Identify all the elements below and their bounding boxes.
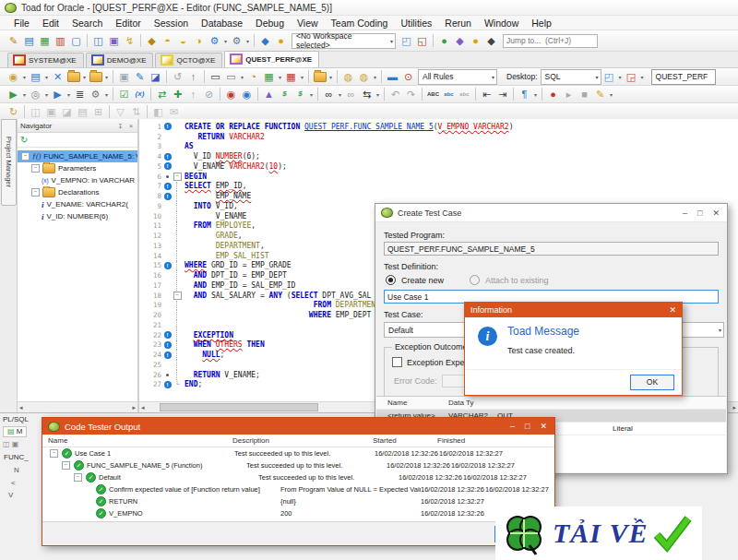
data-grid-icon[interactable]: ▦ <box>261 70 277 84</box>
formatter-rules-icon[interactable]: ▬ <box>385 70 400 84</box>
chevron-down-icon[interactable]: ▾ <box>327 74 334 80</box>
menu-item-session[interactable]: Session <box>148 18 195 29</box>
find-next-icon[interactable]: ∞ <box>343 88 359 101</box>
menu-item-window[interactable]: Window <box>478 18 525 29</box>
execute-script-icon[interactable]: ◎ <box>28 88 43 101</box>
alerts-bell-icon[interactable]: ● <box>273 34 289 48</box>
scrollbar-thumb[interactable] <box>160 403 318 411</box>
record-macro-icon[interactable]: ● <box>545 88 561 101</box>
cost-estimate-icon[interactable]: $ <box>277 88 292 101</box>
navigator-item-func-sample-name-5[interactable]: −ƒ()FUNC_SAMPLE_NAME_5: VARC <box>18 150 137 162</box>
menu-item-view[interactable]: View <box>291 18 325 29</box>
chat-bubble-icon[interactable]: ● <box>468 34 483 48</box>
print-preview-icon[interactable]: ▭ <box>223 70 239 84</box>
fold-collapse-icon[interactable]: − <box>173 173 182 181</box>
commit-icon[interactable]: ◓ <box>160 34 175 48</box>
open-editor-icon[interactable]: ✎ <box>6 34 21 48</box>
save-workspace-icon[interactable]: ◰ <box>399 34 414 48</box>
chevron-down-icon[interactable]: ▾ <box>277 74 283 80</box>
tree-expander-icon[interactable]: − <box>50 449 58 458</box>
menu-item-team-coding[interactable]: Team Coding <box>325 18 395 29</box>
schema-browser-icon[interactable]: ▤ <box>21 34 37 48</box>
exception-expected-checkbox[interactable] <box>392 357 402 367</box>
navigator-item-v-ename[interactable]: iV_ENAME: VARCHAR2( <box>18 198 137 210</box>
chevron-down-icon[interactable]: ▾ <box>639 74 646 80</box>
menu-item-utilities[interactable]: Utilities <box>394 18 438 29</box>
chevron-down-icon[interactable]: ▾ <box>299 74 305 80</box>
ok-button[interactable]: OK <box>630 375 674 390</box>
options-gear-icon[interactable]: ⚙ <box>207 34 222 48</box>
link-disabled-icon[interactable]: ⊞ <box>90 105 106 119</box>
tools-gear-icon[interactable]: ⚙ <box>229 34 244 48</box>
new-connection-icon[interactable]: ◆ <box>144 34 160 48</box>
step-into-icon[interactable]: ✚ <box>170 88 185 101</box>
scroll-right-icon[interactable]: ▸ <box>132 404 136 411</box>
check-in-icon[interactable]: ↑ <box>185 70 201 84</box>
connections-icon[interactable]: ◉ <box>6 70 21 84</box>
column-header[interactable]: Name <box>42 436 232 445</box>
editor-line[interactable]: 3AS <box>139 142 738 152</box>
save-desktop-icon[interactable]: ◰ <box>601 70 617 84</box>
desktop-selector[interactable]: SQL ▾ <box>541 69 601 85</box>
check-syntax-icon[interactable]: ☑ <box>116 88 132 101</box>
column-header[interactable]: Started <box>373 436 437 445</box>
column-header[interactable]: Description <box>232 436 373 445</box>
spell-check-icon[interactable]: ABC <box>425 88 441 101</box>
close-file-icon[interactable]: ✕ <box>50 70 65 84</box>
tree-expander-icon[interactable]: − <box>31 188 40 197</box>
scroll-left-icon[interactable]: ◂ <box>139 404 147 411</box>
format-code-icon[interactable]: ¶ <box>517 88 532 101</box>
navigator-hscrollbar[interactable]: ◂ ▸ <box>18 401 137 412</box>
copy-disabled-icon[interactable]: ◫ <box>28 105 43 119</box>
training-icon[interactable]: ◆ <box>483 34 499 48</box>
execute-icon[interactable]: ▶ <box>6 88 21 101</box>
tree-expander-icon[interactable]: − <box>31 164 40 173</box>
chevron-down-icon[interactable]: ▾ <box>308 91 315 98</box>
unindent-icon[interactable]: ⇤ <box>479 88 494 101</box>
download-text[interactable]: TẢI VỀ <box>553 518 649 549</box>
halt-execution-icon[interactable]: ⊘ <box>201 88 217 101</box>
fold-collapse-icon[interactable]: − <box>173 292 182 300</box>
result-row[interactable]: ✓V_EMPNO20016/02/2018 12:32:26 <box>42 507 554 519</box>
compare-disabled-icon[interactable]: ◧ <box>150 105 166 119</box>
result-row[interactable]: −✓Use Case 1Test succeeded up to this le… <box>42 447 554 459</box>
menu-item-editor[interactable]: Editor <box>109 18 147 29</box>
save-as-icon[interactable]: ✎ <box>132 70 148 84</box>
messages-tab[interactable]: ▤ M <box>3 426 27 437</box>
chevron-down-icon[interactable]: ▾ <box>617 74 624 80</box>
close-icon[interactable]: ✕ <box>669 305 676 315</box>
cost-options-icon[interactable]: $ <box>292 88 308 101</box>
step-over-icon[interactable]: ⇄ <box>154 88 170 101</box>
project-manager-tab[interactable]: Project Manager <box>1 119 17 206</box>
open-file-icon[interactable] <box>65 70 81 84</box>
menu-item-edit[interactable]: Edit <box>36 18 65 29</box>
result-row[interactable]: −✓FUNC_SAMPLE_NAME_5 (Function)Test succ… <box>42 459 554 471</box>
editor-line[interactable]: 7!SELECT EMP_ID, <box>139 182 738 192</box>
find-icon[interactable]: ∞ <box>321 88 337 101</box>
play-macro-icon[interactable]: ▸ <box>561 88 577 101</box>
team-coding-browser-icon[interactable]: ▢ <box>68 34 84 48</box>
sql-recall-named-icon[interactable]: ◍ <box>356 70 372 84</box>
editor-line[interactable]: 2 RETURN VARCHAR2 <box>139 132 738 142</box>
maximize-icon[interactable]: □ <box>697 209 702 218</box>
scroll-left-icon[interactable]: ◂ <box>19 404 23 411</box>
bind-variables-icon[interactable]: (x) <box>132 88 148 101</box>
minimize-icon[interactable]: – <box>510 422 515 431</box>
chevron-down-icon[interactable]: ▾ <box>532 91 539 98</box>
save-all-icon[interactable]: ◪ <box>148 70 163 84</box>
chevron-down-icon[interactable]: ▾ <box>608 91 614 98</box>
editor-line[interactable]: 4! V_ID NUMBER(6); <box>139 151 738 161</box>
case-lower-icon[interactable]: abc <box>441 88 457 101</box>
duplicate-disabled-icon[interactable]: ◪ <box>59 105 75 119</box>
team-server-icon[interactable]: ● <box>436 34 452 48</box>
code-snippets-icon[interactable]: ↯ <box>122 34 137 48</box>
code-analysis-icon[interactable]: ⊙ <box>400 70 416 84</box>
stop-macro-icon[interactable]: ■ <box>577 88 592 101</box>
run-selection-icon[interactable]: ▶ <box>50 88 65 101</box>
snapshot-disabled-icon[interactable]: ▤ <box>75 105 90 119</box>
database-browser-icon[interactable]: ▦ <box>37 34 53 48</box>
menu-item-file[interactable]: File <box>7 18 36 29</box>
menu-item-rerun[interactable]: Rerun <box>438 18 478 29</box>
tree-expander-icon[interactable]: − <box>21 152 30 161</box>
navigator-item-declarations[interactable]: −Declarations <box>18 186 137 198</box>
